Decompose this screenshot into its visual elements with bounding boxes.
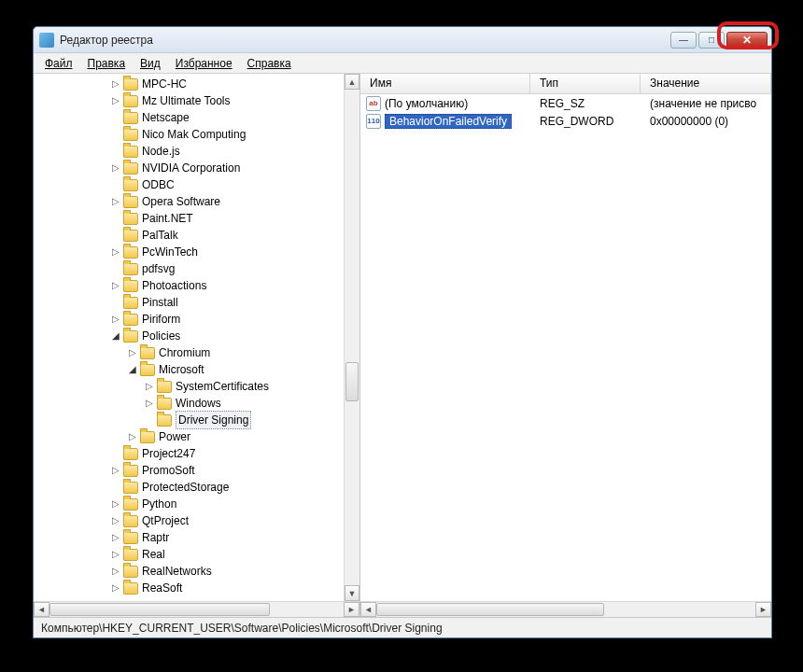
value-type: REG_DWORD (530, 115, 641, 128)
menubar: Файл Правка Вид Избранное Справка (34, 53, 771, 74)
tree-item-label: Netscape (142, 109, 190, 126)
scroll-left-icon[interactable]: ◄ (360, 602, 376, 617)
folder-icon (123, 330, 138, 343)
values-list[interactable]: ab(По умолчанию)REG_SZ(значение не присв… (360, 94, 771, 601)
list-horizontal-scrollbar[interactable]: ◄ ► (360, 601, 771, 617)
tree-item[interactable]: ▷QtProject (34, 512, 359, 529)
menu-view[interactable]: Вид (133, 55, 168, 72)
tree-item[interactable]: ▷Raptr (34, 529, 359, 546)
tree-item[interactable]: ▷NVIDIA Corporation (34, 160, 359, 176)
close-button[interactable]: ✕ (726, 32, 768, 49)
tree-item[interactable]: ▷Mz Ultimate Tools (34, 92, 359, 109)
tree-item[interactable]: PalTalk (34, 227, 359, 244)
tree-item[interactable]: ▷ReaSoft (34, 580, 359, 596)
chevron-right-icon[interactable]: ▷ (110, 280, 121, 291)
tree-item-label: Driver Signing (176, 411, 251, 429)
column-value[interactable]: Значение (641, 74, 771, 93)
tree-pane: ▷MPC-HC▷Mz Ultimate ToolsNetscapeNico Ma… (34, 74, 360, 617)
list-row[interactable]: 110BehaviorOnFailedVerifyREG_DWORD0x0000… (360, 112, 771, 130)
tree-item[interactable]: ▷RealNetworks (34, 563, 359, 580)
chevron-right-icon[interactable]: ▷ (127, 347, 138, 358)
registry-tree[interactable]: ▷MPC-HC▷Mz Ultimate ToolsNetscapeNico Ma… (34, 74, 359, 598)
chevron-right-icon[interactable]: ▷ (110, 532, 121, 543)
folder-icon (123, 112, 138, 124)
list-row[interactable]: ab(По умолчанию)REG_SZ(значение не присв… (360, 94, 771, 112)
chevron-right-icon[interactable]: ▷ (110, 549, 121, 560)
maximize-button[interactable]: □ (698, 32, 725, 49)
tree-item-label: Project247 (142, 445, 195, 462)
tree-item[interactable]: ◢Microsoft (34, 361, 359, 378)
chevron-right-icon[interactable]: ▷ (144, 398, 155, 409)
dword-value-icon: 110 (366, 114, 381, 129)
tree-item[interactable]: Netscape (34, 109, 359, 126)
tree-item[interactable]: ◢Policies (34, 328, 359, 344)
tree-item[interactable]: ▷MPC-HC (34, 76, 359, 92)
tree-item[interactable]: Driver Signing (34, 412, 359, 428)
tree-item[interactable]: ▷PromoSoft (34, 462, 359, 479)
content-area: ▷MPC-HC▷Mz Ultimate ToolsNetscapeNico Ma… (34, 74, 771, 617)
tree-item-label: PromoSoft (142, 462, 195, 479)
tree-item[interactable]: ProtectedStorage (34, 479, 359, 496)
tree-item[interactable]: ▷Photoactions (34, 277, 359, 294)
spacer-icon (110, 112, 121, 123)
folder-icon (123, 196, 138, 208)
chevron-right-icon[interactable]: ▷ (110, 78, 121, 90)
tree-item-label: QtProject (142, 512, 189, 529)
minimize-button[interactable]: — (670, 32, 697, 49)
chevron-right-icon[interactable]: ▷ (110, 196, 121, 207)
scroll-up-icon[interactable]: ▲ (345, 74, 359, 90)
tree-item[interactable]: Paint.NET (34, 210, 359, 227)
list-header[interactable]: Имя Тип Значение (360, 74, 771, 94)
chevron-right-icon[interactable]: ▷ (127, 431, 138, 442)
chevron-right-icon[interactable]: ▷ (110, 465, 121, 476)
chevron-right-icon[interactable]: ▷ (110, 162, 121, 174)
scroll-thumb-h[interactable] (49, 603, 270, 616)
tree-item[interactable]: ▷SystemCertificates (34, 378, 359, 395)
column-name[interactable]: Имя (360, 74, 530, 93)
chevron-right-icon[interactable]: ▷ (110, 246, 121, 258)
tree-item[interactable]: pdfsvg (34, 260, 359, 277)
value-data: (значение не присво (641, 97, 771, 110)
menu-edit[interactable]: Правка (80, 55, 134, 72)
tree-item-label: SystemCertificates (176, 378, 269, 395)
scroll-left-icon[interactable]: ◄ (34, 602, 49, 617)
scroll-right-icon[interactable]: ► (755, 602, 771, 617)
tree-item[interactable]: ▷Real (34, 546, 359, 563)
tree-item[interactable]: ▷Windows (34, 395, 359, 412)
chevron-right-icon[interactable]: ▷ (110, 515, 121, 526)
tree-item[interactable]: ▷Piriform (34, 311, 359, 328)
tree-horizontal-scrollbar[interactable]: ◄ ► (34, 601, 359, 617)
scroll-thumb[interactable] (345, 362, 359, 401)
tree-vertical-scrollbar[interactable]: ▲ ▼ (344, 74, 359, 601)
chevron-right-icon[interactable]: ▷ (110, 498, 121, 510)
scroll-right-icon[interactable]: ► (344, 602, 359, 617)
chevron-right-icon[interactable]: ▷ (144, 381, 155, 392)
tree-item[interactable]: Nico Mak Computing (34, 126, 359, 143)
chevron-right-icon[interactable]: ▷ (110, 582, 121, 594)
tree-item[interactable]: Node.js (34, 143, 359, 160)
spacer-icon (110, 129, 121, 140)
menu-file[interactable]: Файл (37, 55, 80, 72)
column-type[interactable]: Тип (530, 74, 641, 93)
chevron-down-icon[interactable]: ◢ (110, 330, 121, 342)
tree-item[interactable]: ODBC (34, 176, 359, 193)
tree-item[interactable]: ▷Power (34, 428, 359, 445)
menu-favorites[interactable]: Избранное (168, 55, 240, 72)
folder-icon (123, 582, 138, 595)
tree-item[interactable]: ▷Python (34, 496, 359, 512)
chevron-right-icon[interactable]: ▷ (110, 95, 121, 106)
chevron-down-icon[interactable]: ◢ (127, 364, 138, 375)
spacer-icon (110, 146, 121, 157)
tree-item[interactable]: ▷Chromium (34, 344, 359, 361)
menu-help[interactable]: Справка (240, 55, 299, 72)
tree-item[interactable]: Project247 (34, 445, 359, 462)
tree-item[interactable]: Pinstall (34, 294, 359, 311)
scroll-thumb-h[interactable] (376, 603, 604, 616)
tree-item[interactable]: ▷PcWinTech (34, 244, 359, 260)
tree-item[interactable]: ▷Opera Software (34, 193, 359, 210)
scroll-down-icon[interactable]: ▼ (345, 585, 359, 601)
chevron-right-icon[interactable]: ▷ (110, 566, 121, 577)
tree-item-label: Piriform (142, 311, 180, 328)
titlebar[interactable]: Редактор реестра — □ ✕ (34, 27, 771, 53)
chevron-right-icon[interactable]: ▷ (110, 314, 121, 325)
